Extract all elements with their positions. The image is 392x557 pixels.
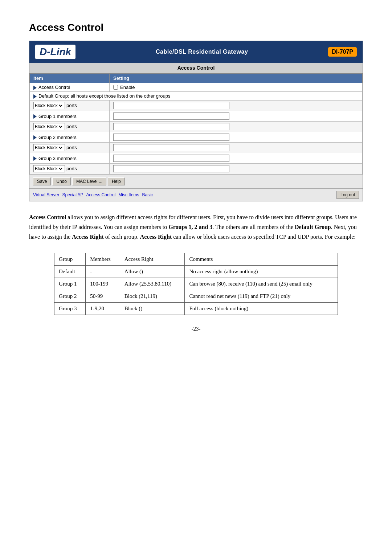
help-button[interactable]: Help: [108, 177, 125, 185]
save-button[interactable]: Save: [33, 177, 51, 185]
ex-comments-2: Cannot read net news (119) and FTP (21) …: [185, 290, 338, 302]
group2-ports-input-cell: [110, 143, 363, 153]
ex-access-3: Block (): [120, 302, 185, 315]
example-col-members: Members: [86, 253, 120, 265]
arrow-icon: [33, 86, 37, 90]
access-right-bold1: Access Right: [72, 234, 104, 240]
nav-link-virtual-server[interactable]: Virtual Server: [33, 192, 59, 197]
group1-label: Group 1 members: [30, 111, 110, 122]
model-badge: DI-707P: [328, 47, 357, 57]
nav-link-basic[interactable]: Basic: [142, 192, 153, 197]
block-dropdown-default[interactable]: Block Allow: [45, 103, 64, 108]
nav-link-special-ap[interactable]: Special AP: [62, 192, 83, 197]
block-select-group3[interactable]: Block Block Allow: [33, 165, 65, 172]
example-row-group2: Group 2 50-99 Block (21,119) Cannot read…: [54, 290, 338, 302]
example-table: Group Members Access Right Comments Defa…: [54, 253, 338, 315]
group1-input-cell: [110, 111, 363, 122]
router-header: D-Link Cable/DSL Residential Gateway DI-…: [29, 41, 363, 63]
ports-label: ports: [66, 145, 77, 150]
group1-ports-input-cell: [110, 122, 363, 132]
section-title: Access Control: [29, 63, 363, 73]
table-row: Group 3 members: [30, 153, 363, 164]
group3-members-input[interactable]: [113, 155, 229, 162]
block-dropdown-group1[interactable]: Block Allow: [45, 124, 64, 130]
arrow-icon: [33, 94, 37, 99]
access-control-label: Access Control: [30, 83, 110, 92]
button-row: Save Undo MAC Level ... Help: [29, 174, 363, 188]
arrow-icon: [33, 114, 37, 119]
arrow-icon: [33, 135, 37, 140]
table-row: Block Block Allow ports: [30, 143, 363, 153]
ex-group-3: Group 3: [54, 302, 86, 315]
ports-label: ports: [66, 166, 77, 171]
table-row: Block Block Allow ports: [30, 122, 363, 132]
dlink-logo: D-Link: [35, 45, 75, 59]
example-row-group1: Group 1 100-199 Allow (25,53,80,110) Can…: [54, 278, 338, 290]
table-row: Default Group: all hosts except those li…: [30, 92, 363, 101]
router-ui-box: D-Link Cable/DSL Residential Gateway DI-…: [29, 41, 363, 201]
ex-comments-3: Full access (block nothing): [185, 302, 338, 315]
group1-ports-cell: Block Block Allow ports: [30, 122, 110, 132]
logout-button[interactable]: Log out: [336, 191, 359, 199]
group3-input-cell: [110, 153, 363, 164]
col-setting-header: Setting: [110, 74, 363, 83]
undo-button[interactable]: Undo: [52, 177, 71, 185]
block-select-default[interactable]: Block Block Allow: [33, 102, 65, 109]
block-dropdown-group3[interactable]: Block Allow: [45, 166, 64, 172]
group3-ports-input-cell: [110, 164, 363, 174]
example-col-group: Group: [54, 253, 86, 265]
access-control-bold: Access Control: [29, 214, 66, 220]
ex-group-default: Default: [54, 265, 86, 278]
group2-label: Group 2 members: [30, 132, 110, 143]
table-row: Block Block Allow ports: [30, 101, 363, 111]
ex-members-1: 100-199: [86, 278, 120, 290]
block-select-group2[interactable]: Block Block Allow: [33, 144, 65, 151]
description-text: Access Control allows you to assign diff…: [29, 212, 363, 242]
ex-members-default: -: [86, 265, 120, 278]
col-item-header: Item: [30, 74, 110, 83]
enable-checkbox[interactable]: [113, 85, 118, 90]
group2-ports-cell: Block Block Allow ports: [30, 143, 110, 153]
page-title: Access Control: [29, 22, 363, 33]
config-table: Item Setting Access Control Enable Defau: [29, 73, 363, 174]
group1-ports-input[interactable]: [113, 123, 229, 130]
default-ports-input[interactable]: [113, 102, 229, 109]
table-row: Block Block Allow ports: [30, 164, 363, 174]
nav-link-access-control[interactable]: Access Control: [86, 192, 116, 197]
ex-members-3: 1-9,20: [86, 302, 120, 315]
group2-ports-input[interactable]: [113, 144, 229, 151]
ex-access-1: Allow (25,53,80,110): [120, 278, 185, 290]
default-ports-input-cell: [110, 101, 363, 111]
ports-label: ports: [66, 124, 77, 129]
page-number: -23-: [29, 326, 363, 332]
example-row-default: Default - Allow () No access right (allo…: [54, 265, 338, 278]
group3-ports-cell: Block Block Allow ports: [30, 164, 110, 174]
group3-label: Group 3 members: [30, 153, 110, 164]
block-dropdown-group2[interactable]: Block Allow: [45, 145, 64, 151]
nav-links-row: Virtual Server Special AP Access Control…: [29, 188, 363, 201]
default-group-info: Default Group: all hosts except those li…: [30, 92, 363, 101]
block-select-group1[interactable]: Block Block Allow: [33, 123, 65, 130]
enable-label[interactable]: Enable: [113, 85, 359, 90]
access-control-setting: Enable: [110, 83, 363, 92]
example-col-access-right: Access Right: [120, 253, 185, 265]
ex-comments-1: Can browse (80), receive (110) and send …: [185, 278, 338, 290]
default-ports-cell: Block Block Allow ports: [30, 101, 110, 111]
ex-access-default: Allow (): [120, 265, 185, 278]
arrow-icon: [33, 156, 37, 161]
mac-level-button[interactable]: MAC Level ...: [72, 177, 106, 185]
group1-members-input[interactable]: [113, 112, 229, 120]
access-right-bold2: Access Right: [140, 234, 172, 240]
ex-group-2: Group 2: [54, 290, 86, 302]
nav-links: Virtual Server Special AP Access Control…: [33, 192, 153, 197]
group2-members-input[interactable]: [113, 134, 229, 141]
nav-link-misc-items[interactable]: Misc Items: [118, 192, 139, 197]
ports-label: ports: [66, 103, 77, 108]
ex-comments-default: No access right (allow nothing): [185, 265, 338, 278]
example-col-comments: Comments: [185, 253, 338, 265]
ex-group-1: Group 1: [54, 278, 86, 290]
groups-bold: Groups 1, 2 and 3: [168, 224, 212, 230]
default-group-bold: Default Group: [295, 224, 331, 230]
table-row: Access Control Enable: [30, 83, 363, 92]
group3-ports-input[interactable]: [113, 165, 229, 172]
